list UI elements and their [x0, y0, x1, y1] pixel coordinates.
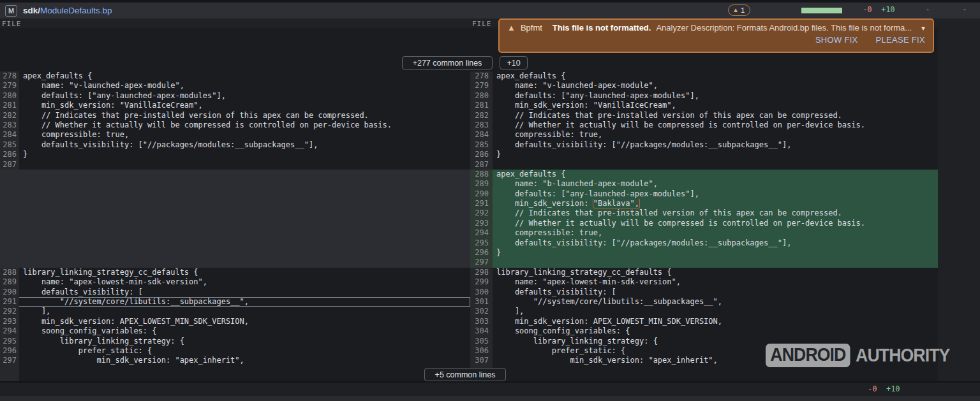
diff-line[interactable]: 288apex_defaults {: [470, 170, 938, 179]
line-number[interactable]: 298: [470, 268, 493, 277]
diff-line[interactable]: 302 ],: [470, 307, 938, 316]
diff-line[interactable]: 285 defaults_visibility: ["//packages/mo…: [0, 140, 470, 150]
line-number[interactable]: 295: [470, 238, 493, 248]
diff-line[interactable]: 299 name: "apex-lowest-min-sdk-version",: [470, 277, 938, 287]
code-text[interactable]: defaults_visibility: [: [493, 288, 938, 297]
code-text[interactable]: [19, 160, 470, 170]
line-number[interactable]: 280: [470, 91, 493, 101]
code-text[interactable]: compressible: true,: [19, 130, 470, 140]
line-number[interactable]: 296: [0, 346, 19, 356]
line-number[interactable]: 286: [0, 150, 19, 159]
diff-line[interactable]: 293 min_sdk_version: APEX_LOWEST_MIN_SDK…: [0, 317, 470, 326]
diff-line[interactable]: 300 defaults_visibility: [: [470, 288, 938, 297]
line-number[interactable]: 306: [470, 346, 493, 356]
code-text[interactable]: defaults_visibility: [: [19, 288, 470, 297]
line-number[interactable]: 301: [470, 297, 493, 307]
diff-line[interactable]: 287: [470, 160, 938, 170]
diff-line[interactable]: 294 soong_config_variables: {: [0, 326, 470, 336]
code-text[interactable]: min_sdk_version: "VanillaIceCream",: [19, 101, 470, 110]
diff-line[interactable]: 292 ],: [0, 307, 470, 316]
code-text[interactable]: min_sdk_version: APEX_LOWEST_MIN_SDK_VER…: [493, 317, 938, 326]
diff-line[interactable]: 298library_linking_strategy_cc_defaults …: [470, 268, 938, 277]
warnings-count-pill[interactable]: ▲1: [728, 4, 750, 16]
line-number[interactable]: 295: [0, 337, 19, 346]
diff-line[interactable]: 303 min_sdk_version: APEX_LOWEST_MIN_SDK…: [470, 317, 938, 326]
line-number[interactable]: 282: [470, 111, 493, 120]
line-number[interactable]: 302: [470, 307, 493, 316]
diff-line[interactable]: 290 defaults: ["any-launched-apex-module…: [470, 189, 938, 199]
diff-line[interactable]: 279 name: "v-launched-apex-module",: [470, 81, 938, 91]
line-number[interactable]: 294: [470, 228, 493, 238]
code-text[interactable]: prefer_static: {: [19, 346, 470, 356]
code-text[interactable]: defaults: ["any-launched-apex-modules"],: [493, 91, 938, 101]
code-text[interactable]: compressible: true,: [493, 228, 938, 238]
code-text[interactable]: apex_defaults {: [19, 71, 470, 81]
line-number[interactable]: 283: [470, 120, 493, 130]
line-number[interactable]: 287: [0, 160, 19, 170]
expand-common-lines-bottom-button[interactable]: +5 common lines: [424, 368, 506, 381]
diff-line[interactable]: 284 compressible: true,: [0, 130, 470, 140]
line-number[interactable]: 281: [470, 101, 493, 110]
line-number[interactable]: 284: [470, 130, 493, 140]
diff-line[interactable]: 297: [470, 258, 938, 267]
code-text[interactable]: "//system/core/libutils:__subpackages__"…: [19, 297, 470, 307]
code-text[interactable]: ],: [19, 307, 470, 316]
line-number[interactable]: 297: [470, 258, 493, 267]
diff-line[interactable]: 280 defaults: ["any-launched-apex-module…: [0, 91, 470, 101]
line-number[interactable]: 305: [470, 337, 493, 346]
line-number[interactable]: 292: [470, 208, 493, 218]
line-number[interactable]: 290: [0, 288, 19, 297]
line-number[interactable]: 284: [0, 130, 19, 140]
line-number[interactable]: 300: [470, 288, 493, 297]
diff-line[interactable]: 282 // Indicates that pre-installed vers…: [470, 111, 938, 120]
line-number[interactable]: 283: [0, 120, 19, 130]
line-number[interactable]: 278: [0, 71, 19, 81]
diff-line[interactable]: 301 "//system/core/libutils:__subpackage…: [470, 297, 938, 307]
code-text[interactable]: apex_defaults {: [493, 71, 938, 81]
diff-line[interactable]: 289 name: "apex-lowest-min-sdk-version",: [0, 277, 470, 287]
diff-line[interactable]: 292 // Indicates that pre-installed vers…: [470, 208, 938, 218]
line-number[interactable]: 278: [470, 71, 493, 81]
line-number[interactable]: 292: [0, 307, 19, 316]
line-number[interactable]: 280: [0, 91, 19, 101]
code-text[interactable]: defaults_visibility: ["//packages/module…: [19, 140, 470, 150]
line-number[interactable]: 299: [470, 277, 493, 287]
diff-line[interactable]: 281 min_sdk_version: "VanillaIceCream",: [470, 101, 938, 110]
diff-line[interactable]: 293 // Whether it actually will be compr…: [470, 219, 938, 228]
diff-line[interactable]: 290 defaults_visibility: [: [0, 288, 470, 297]
code-text[interactable]: ],: [493, 307, 938, 316]
diff-line[interactable]: 286}: [470, 150, 938, 159]
code-text[interactable]: min_sdk_version: "Baklava",: [493, 199, 938, 208]
code-text[interactable]: [493, 160, 938, 170]
line-number[interactable]: 285: [470, 140, 493, 150]
show-fix-button[interactable]: SHOW FIX: [815, 35, 858, 45]
diff-line[interactable]: 294 compressible: true,: [470, 228, 938, 238]
diff-line[interactable]: 278apex_defaults {: [0, 71, 470, 81]
diff-line[interactable]: 295 defaults_visibility: ["//packages/mo…: [470, 238, 938, 248]
diff-line[interactable]: 283 // Whether it actually will be compr…: [0, 120, 470, 130]
line-number[interactable]: 293: [470, 219, 493, 228]
line-number[interactable]: 279: [0, 81, 19, 91]
code-text[interactable]: name: "apex-lowest-min-sdk-version",: [493, 277, 938, 287]
line-number[interactable]: 296: [470, 248, 493, 258]
code-text[interactable]: // Whether it actually will be compresse…: [19, 120, 470, 130]
line-number[interactable]: 290: [470, 189, 493, 199]
line-number[interactable]: 288: [0, 268, 19, 277]
line-number[interactable]: 307: [470, 356, 493, 365]
diff-line[interactable]: 296 prefer_static: {: [0, 346, 470, 356]
line-number[interactable]: 286: [470, 150, 493, 159]
code-text[interactable]: defaults: ["any-launched-apex-modules"],: [19, 91, 470, 101]
diff-line[interactable]: 279 name: "v-launched-apex-module",: [0, 81, 470, 91]
diff-line[interactable]: 282 // Indicates that pre-installed vers…: [0, 111, 470, 120]
line-number[interactable]: 289: [0, 277, 19, 287]
diff-line[interactable]: 278apex_defaults {: [470, 71, 938, 81]
code-text[interactable]: // Indicates that pre-installed version …: [19, 111, 470, 120]
code-text[interactable]: "//system/core/libutils:__subpackages__"…: [493, 297, 938, 307]
diff-line[interactable]: 289 name: "b-launched-apex-module",: [470, 179, 938, 189]
chevron-down-icon[interactable]: ▾: [921, 24, 925, 33]
diff-line[interactable]: 280 defaults: ["any-launched-apex-module…: [470, 91, 938, 101]
line-number[interactable]: 293: [0, 317, 19, 326]
line-number[interactable]: 288: [470, 170, 493, 179]
code-text[interactable]: defaults_visibility: ["//packages/module…: [493, 238, 938, 248]
line-number[interactable]: 297: [0, 356, 19, 365]
